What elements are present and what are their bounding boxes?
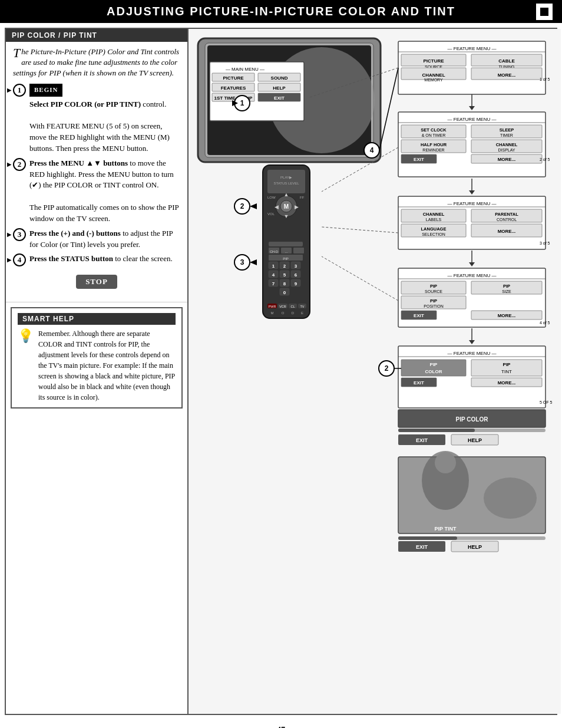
header-inner-square <box>539 6 550 17</box>
svg-text:PIP TINT: PIP TINT <box>435 526 457 532</box>
svg-text:LANGUAGE: LANGUAGE <box>421 226 447 232</box>
svg-text:PICTURE: PICTURE <box>423 58 444 64</box>
svg-text:4: 4 <box>370 146 374 154</box>
step1-extra: With FEATURE MENU (5 of 5) on screen, mo… <box>29 121 170 153</box>
step4-number: 4 <box>13 253 26 266</box>
svg-text:7: 7 <box>272 281 275 286</box>
svg-text:EXIT: EXIT <box>416 544 428 550</box>
svg-text:MORE...: MORE... <box>498 229 516 234</box>
svg-text:HELP: HELP <box>273 85 286 91</box>
step1-block: 1 BEGIN Select PIP COLOR (or PIP TINT) c… <box>13 84 180 154</box>
smart-help-text: Remember. Although there are separate CO… <box>38 328 176 403</box>
diagram-svg: — MAIN MENU — PICTURE SOUND FEATURES HEL… <box>192 32 557 710</box>
svg-text:PIP: PIP <box>430 362 438 367</box>
step1-number: 1 <box>13 84 26 97</box>
step3-block: 3 Press the (+) and (-) buttons to adjus… <box>13 228 180 251</box>
svg-text:DISPLAY: DISPLAY <box>498 148 515 152</box>
svg-text:SIZE: SIZE <box>502 289 511 294</box>
svg-point-187 <box>484 477 537 519</box>
smart-help-box: SMART HELP 💡 Remember. Although there ar… <box>11 307 183 409</box>
svg-text:VCR: VCR <box>279 305 286 308</box>
svg-text:1: 1 <box>272 263 275 269</box>
step1-bold: Select PIP COLOR (or PIP TINT) <box>29 100 141 108</box>
step2-block: 2 Press the MENU ▲▼ buttons to move the … <box>13 158 180 225</box>
step1-text: BEGIN Select PIP COLOR (or PIP TINT) con… <box>29 84 180 154</box>
svg-text:E: E <box>301 311 303 315</box>
svg-text:REMINDER: REMINDER <box>422 148 444 152</box>
svg-text:3 of 5: 3 of 5 <box>540 241 550 245</box>
step2-text: Press the MENU ▲▼ buttons to move the RE… <box>29 158 180 225</box>
svg-text:CL: CL <box>290 305 295 308</box>
svg-text:COLOR: COLOR <box>425 369 442 374</box>
step4-block: 4 Press the STATUS button to clear the s… <box>13 253 180 266</box>
left-panel: PIP COLOR / PIP TINT The Picture-In-Pict… <box>6 29 189 714</box>
svg-text:FF: FF <box>300 196 305 199</box>
header-title: ADJUSTING PICTURE-IN-PICTURE COLOR AND T… <box>107 5 455 18</box>
intro-text: The Picture-In-Picture (PIP) Color and T… <box>13 47 180 79</box>
svg-marker-169 <box>250 259 257 265</box>
bulb-icon: 💡 <box>18 328 34 344</box>
svg-text:& ON TIMER: & ON TIMER <box>422 133 446 137</box>
svg-text:— FEATURE MENU —: — FEATURE MENU — <box>448 351 497 356</box>
svg-text:SET CLOCK: SET CLOCK <box>421 127 447 133</box>
svg-marker-56 <box>469 190 475 195</box>
svg-text:2: 2 <box>283 263 286 269</box>
svg-rect-126 <box>293 248 304 253</box>
svg-text:5: 5 <box>283 272 286 278</box>
svg-text:PIP COLOR: PIP COLOR <box>456 416 489 423</box>
svg-text:4 of 5: 4 of 5 <box>540 321 550 325</box>
svg-text:— FEATURE MENU —: — FEATURE MENU — <box>448 117 497 122</box>
header-icon-box <box>536 4 553 20</box>
svg-text:O: O <box>282 311 285 315</box>
smart-help-header: SMART HELP <box>18 313 176 325</box>
svg-text:SOUND: SOUND <box>271 75 288 81</box>
svg-text:1: 1 <box>240 99 244 107</box>
svg-text:▼: ▼ <box>284 213 289 219</box>
svg-text:M: M <box>284 203 289 210</box>
svg-text:EXIT: EXIT <box>414 380 424 386</box>
svg-text:PIP: PIP <box>503 362 511 367</box>
page-header: ADJUSTING PICTURE-IN-PICTURE COLOR AND T… <box>0 0 562 23</box>
svg-text:PIP: PIP <box>430 284 437 289</box>
svg-text:9: 9 <box>295 281 297 286</box>
svg-text:3: 3 <box>240 258 244 266</box>
svg-text:PICTURE: PICTURE <box>223 75 244 81</box>
right-panel-inner: — MAIN MENU — PICTURE SOUND FEATURES HEL… <box>192 32 557 710</box>
svg-text:CHANNEL: CHANNEL <box>496 142 518 147</box>
svg-text:PIP: PIP <box>430 298 437 304</box>
svg-text:POSITION: POSITION <box>424 304 443 308</box>
smart-help-content: 💡 Remember. Although there are separate … <box>18 328 176 403</box>
svg-text:— FEATURE MENU —: — FEATURE MENU — <box>448 273 497 278</box>
svg-text:D: D <box>292 311 295 315</box>
svg-marker-73 <box>469 262 475 266</box>
svg-text:MEMORY: MEMORY <box>424 78 443 82</box>
step2-bold: Press the MENU ▲▼ buttons <box>29 159 128 167</box>
stop-section: STOP <box>13 271 180 292</box>
step2-number: 2 <box>13 158 26 171</box>
svg-text:FEATURES: FEATURES <box>221 85 246 91</box>
step3-text: Press the (+) and (-) buttons to adjust … <box>29 228 180 251</box>
svg-text:5 OF 5: 5 OF 5 <box>540 400 553 404</box>
svg-text:MORE...: MORE... <box>498 157 516 162</box>
svg-text:CH-D: CH-D <box>270 250 278 253</box>
svg-text:LOW: LOW <box>267 196 276 199</box>
svg-text:8: 8 <box>283 281 286 286</box>
svg-text:SOURCE: SOURCE <box>425 289 442 294</box>
svg-text:1 of 5: 1 of 5 <box>540 77 550 81</box>
svg-text:HELP: HELP <box>468 437 482 443</box>
svg-text:TINT: TINT <box>501 369 512 374</box>
svg-text:2: 2 <box>240 202 244 210</box>
svg-marker-166 <box>250 203 257 209</box>
svg-text:SLEEP: SLEEP <box>500 127 514 133</box>
svg-line-198 <box>322 256 398 301</box>
svg-text:2 of 5: 2 of 5 <box>540 157 550 162</box>
svg-text:MORE...: MORE... <box>498 313 516 318</box>
svg-marker-34 <box>469 106 475 110</box>
svg-text:LABELS: LABELS <box>426 218 442 222</box>
svg-text:PIP: PIP <box>503 284 510 289</box>
intro-section: The Picture-In-Picture (PIP) Color and T… <box>6 42 187 302</box>
stop-button: STOP <box>76 275 117 289</box>
svg-text:3: 3 <box>295 263 297 269</box>
drop-cap: T <box>13 47 20 60</box>
svg-text:0: 0 <box>283 290 286 295</box>
